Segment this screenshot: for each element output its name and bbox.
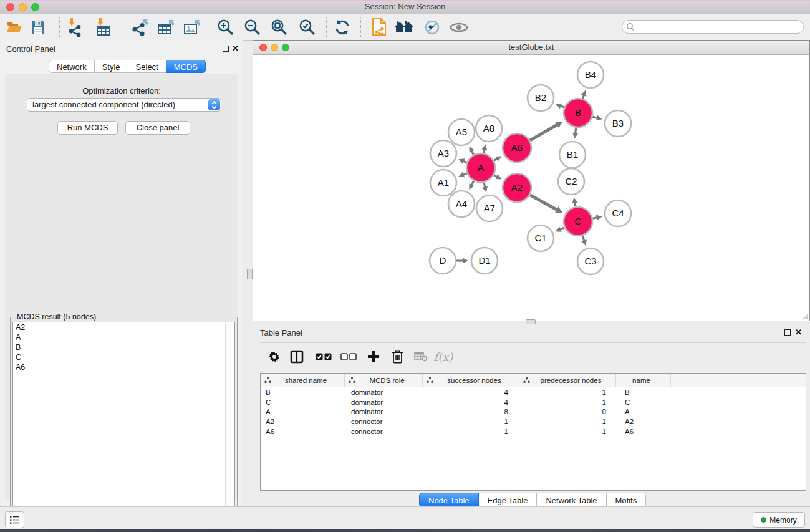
table-row[interactable]: Cdominator41C (261, 397, 806, 407)
tab-node-table[interactable]: Node Table (419, 493, 479, 507)
mcds-result-item[interactable]: B (13, 342, 234, 352)
tab-network-table[interactable]: Network Table (537, 493, 606, 507)
network-canvas-svg: B4B2BB3A5A8A6B1A3AC2A1A2A4A7C4CC1DD1C3 (253, 55, 809, 321)
tab-edge-table[interactable]: Edge Table (479, 493, 538, 507)
column-header-name[interactable]: name (616, 374, 671, 387)
tab-mcds[interactable]: MCDS (166, 60, 206, 73)
window-titlebar: Session: New Session (0, 0, 810, 14)
open-session-icon[interactable] (4, 17, 25, 38)
export-table-icon[interactable] (156, 17, 177, 38)
zoom-view-button[interactable] (282, 44, 289, 51)
close-window-button[interactable] (6, 3, 14, 11)
network-canvas[interactable]: B4B2BB3A5A8A6B1A3AC2A1A2A4A7C4CC1DD1C3 (253, 55, 809, 321)
table-options-icon[interactable] (265, 347, 284, 366)
graph-edge-A6-B[interactable] (530, 123, 560, 140)
graph-node-label-A3: A3 (438, 148, 449, 158)
table-panel-title: Table Panel (260, 328, 302, 337)
close-panel-button[interactable]: Close panel (125, 121, 190, 135)
task-history-button[interactable] (5, 511, 24, 528)
zoom-fit-icon[interactable] (269, 17, 290, 38)
criterion-dropdown[interactable]: largest connected component (directed) (27, 98, 221, 112)
vertical-divider-handle[interactable] (247, 269, 253, 279)
import-table-icon[interactable] (93, 17, 114, 38)
run-mcds-button[interactable]: Run MCDS (57, 121, 118, 135)
zoom-out-icon[interactable] (242, 17, 263, 38)
save-session-icon[interactable] (27, 17, 49, 38)
show-column-icon[interactable] (287, 347, 306, 366)
graph-node-label-D: D (440, 255, 446, 266)
control-panel-title: Control Panel (6, 44, 55, 54)
search-icon (626, 22, 635, 31)
column-header-successor-nodes[interactable]: successor nodes (423, 374, 519, 387)
table-toolbar: f(x) (260, 342, 806, 370)
memory-status-icon (761, 517, 766, 523)
memory-button-label: Memory (769, 516, 796, 525)
show-graphics-details-icon[interactable] (448, 17, 470, 38)
export-image-icon[interactable] (182, 17, 203, 38)
tab-style[interactable]: Style (95, 60, 128, 73)
cell-mcds-role: connector (345, 418, 423, 425)
cell-name: A2 (616, 418, 671, 425)
first-neighbors-icon[interactable] (393, 17, 415, 38)
new-network-from-selection-icon[interactable] (369, 17, 390, 38)
graph-node-label-C1: C1 (534, 233, 546, 243)
float-table-panel-icon[interactable] (784, 329, 791, 336)
zoom-in-icon[interactable] (215, 17, 236, 38)
zoom-selected-icon[interactable] (297, 17, 318, 38)
minimize-window-button[interactable] (19, 3, 27, 11)
close-table-panel-icon[interactable]: ✕ (795, 329, 802, 336)
function-builder-icon[interactable]: f(x) (432, 347, 455, 366)
zoom-window-button[interactable] (31, 3, 39, 11)
tab-select[interactable]: Select (128, 60, 166, 73)
export-network-icon[interactable] (130, 17, 151, 38)
float-panel-icon[interactable] (223, 46, 229, 52)
column-header-predecessor-nodes[interactable]: predecessor nodes (519, 374, 616, 387)
mcds-result-item[interactable]: A2 (13, 322, 234, 332)
column-header-mcds-role[interactable]: MCDS role (345, 374, 423, 387)
cell-name: A6 (616, 428, 671, 435)
mcds-result-list[interactable]: A2ABCA6 (12, 322, 235, 526)
select-all-checkboxes-icon[interactable] (314, 347, 333, 366)
delete-column-icon[interactable] (388, 347, 407, 366)
memory-button[interactable]: Memory (753, 512, 805, 528)
table-row[interactable]: A2connector11A2 (261, 417, 806, 427)
delete-table-icon[interactable] (412, 347, 430, 366)
mcds-result-items: A2ABCA6 (13, 322, 234, 372)
hide-annotations-icon[interactable] (422, 17, 443, 38)
clear-all-checkboxes-icon[interactable] (339, 347, 358, 366)
graph-node-label-C2: C2 (565, 176, 577, 186)
mcds-result-item[interactable]: C (13, 352, 234, 362)
search-input[interactable] (635, 22, 803, 32)
tab-motifs[interactable]: Motifs (607, 493, 647, 507)
close-view-button[interactable] (259, 44, 267, 51)
scrollbar-track[interactable] (225, 323, 234, 525)
attribute-tree-icon (264, 377, 271, 384)
mcds-result-item[interactable]: A6 (13, 362, 234, 372)
import-network-icon[interactable] (65, 17, 86, 38)
search-field[interactable] (622, 20, 804, 34)
table-panel-tabs: Node TableEdge TableNetwork TableMotifs (419, 493, 646, 507)
minimize-view-button[interactable] (271, 44, 278, 51)
control-panel-tabs: NetworkStyleSelectMCDS (49, 60, 206, 73)
table-row[interactable]: Bdominator41B (261, 387, 806, 397)
toolbar-separator (59, 17, 60, 37)
resize-grip-icon[interactable] (801, 312, 809, 320)
horizontal-divider-handle[interactable] (526, 319, 536, 324)
cell-mcds-role: dominator (345, 389, 423, 396)
mcds-result-title: MCDS result (5 nodes) (14, 312, 99, 321)
apply-layout-icon[interactable] (332, 17, 353, 38)
close-panel-icon[interactable]: ✕ (232, 46, 239, 52)
column-header-shared-name[interactable]: shared name (261, 374, 345, 387)
graph-edge-A2-C[interactable] (530, 195, 559, 211)
graph-node-label-C4: C4 (612, 208, 624, 218)
arrowhead-icon (572, 133, 578, 139)
table-row[interactable]: A6connector11A6 (261, 427, 806, 437)
tab-network[interactable]: Network (49, 60, 95, 73)
mcds-result-item[interactable]: A (13, 332, 234, 342)
add-column-icon[interactable] (364, 347, 383, 366)
table-panel: Table Panel ✕ f(x) shared nameMCDS roles… (253, 324, 810, 510)
arrowhead-icon (463, 258, 468, 264)
list-icon (9, 515, 20, 525)
graph-node-label-A7: A7 (484, 203, 495, 213)
table-row[interactable]: Adominator80A (261, 407, 806, 417)
